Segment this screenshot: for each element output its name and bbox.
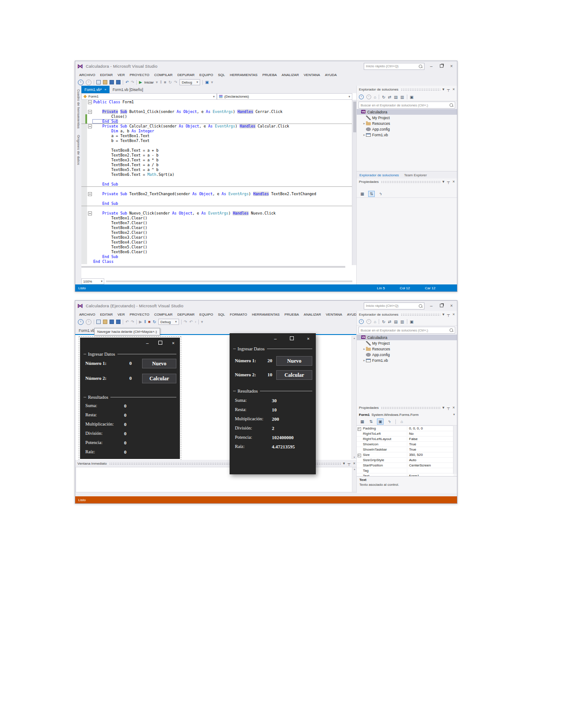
code-line[interactable] bbox=[81, 197, 352, 201]
sync-icon[interactable]: ⇄ bbox=[388, 95, 391, 99]
outlining-margin[interactable] bbox=[87, 235, 92, 240]
close-button[interactable]: × bbox=[448, 63, 455, 69]
quick-launch-search[interactable]: Inicio rápido (Ctrl+Q) bbox=[364, 63, 424, 70]
pause-icon[interactable]: ‖ bbox=[144, 320, 146, 324]
solution-config-combo[interactable]: Debug▾ bbox=[158, 319, 179, 325]
events-icon[interactable]: ϟ bbox=[387, 419, 392, 424]
breakpoint-margin[interactable] bbox=[81, 235, 87, 240]
code-text[interactable]: End Sub bbox=[92, 182, 118, 186]
breakpoint-margin[interactable] bbox=[81, 163, 87, 167]
collapse-region-icon[interactable] bbox=[88, 192, 92, 196]
breakpoint-margin[interactable] bbox=[81, 124, 87, 129]
code-line[interactable]: TextBox4.Clear() bbox=[81, 240, 352, 245]
code-text[interactable] bbox=[92, 177, 93, 182]
save-icon[interactable] bbox=[110, 80, 114, 84]
code-line[interactable]: TextBox8.Text = a + b bbox=[81, 148, 352, 153]
outlining-margin[interactable] bbox=[87, 109, 92, 114]
new-file-icon[interactable] bbox=[96, 320, 101, 324]
code-text[interactable]: End Sub bbox=[92, 255, 118, 259]
menu-item[interactable]: EDITAR bbox=[100, 73, 113, 77]
numero2-textbox[interactable]: 10 bbox=[267, 372, 272, 377]
tree-item[interactable]: App.config bbox=[357, 352, 457, 357]
numero2-textbox[interactable]: 0 bbox=[129, 375, 132, 381]
outlining-margin[interactable] bbox=[87, 255, 92, 259]
stop-icon[interactable]: ■ bbox=[148, 320, 150, 324]
breakpoint-margin[interactable] bbox=[81, 206, 87, 211]
property-row[interactable]: RightToLeft No bbox=[357, 431, 453, 437]
breakpoint-margin[interactable] bbox=[81, 230, 87, 235]
tree-item[interactable]: Calculadora bbox=[357, 335, 457, 340]
chevron-down-icon[interactable]: ▾ bbox=[442, 87, 445, 91]
pin-icon[interactable]: ┬ bbox=[447, 179, 450, 184]
code-text[interactable]: TextBox3.Text = a * b bbox=[92, 158, 158, 163]
outlining-margin[interactable] bbox=[87, 143, 92, 148]
outlining-margin[interactable] bbox=[87, 114, 92, 119]
properties-icon[interactable]: ▣ bbox=[410, 95, 414, 99]
collapse-region-icon[interactable] bbox=[88, 100, 92, 104]
outlining-margin[interactable] bbox=[87, 216, 92, 221]
code-line[interactable]: TextBox1.Clear() bbox=[81, 216, 352, 221]
code-text[interactable]: TextBox3.Clear() bbox=[92, 235, 147, 240]
code-text[interactable]: Dim a, b As Integer bbox=[92, 129, 154, 134]
breakpoint-margin[interactable] bbox=[81, 158, 87, 163]
chevron-down-icon[interactable]: ▾ bbox=[442, 312, 445, 317]
outlining-margin[interactable] bbox=[87, 230, 92, 235]
code-line[interactable] bbox=[81, 206, 352, 211]
code-text[interactable] bbox=[92, 197, 93, 201]
outlining-margin[interactable] bbox=[87, 201, 92, 206]
form-close-icon[interactable]: × bbox=[307, 336, 310, 341]
scope-dropdown[interactable]: Form1 ▾ bbox=[81, 93, 217, 100]
member-dropdown[interactable]: (Declaraciones) ▾ bbox=[217, 93, 352, 100]
restore-button[interactable] bbox=[438, 63, 445, 69]
breakpoint-margin[interactable] bbox=[81, 192, 87, 197]
menu-item[interactable]: COMPILAR bbox=[154, 73, 172, 77]
property-pages-icon[interactable]: ⌂ bbox=[399, 419, 405, 424]
code-text[interactable]: Private Sub Calcular_Click(sender As Obj… bbox=[92, 124, 289, 129]
properties-object-selector[interactable]: Form1 System.Windows.Forms.Form ▾ bbox=[357, 411, 457, 418]
breakpoint-margin[interactable] bbox=[81, 105, 87, 109]
code-editor[interactable]: Public Class Form1 Private Sub Button1_C… bbox=[81, 100, 352, 265]
back-icon[interactable]: ‹ bbox=[359, 319, 364, 324]
code-line[interactable]: End Sub bbox=[81, 182, 352, 187]
chevron-down-icon[interactable]: ▾ bbox=[442, 179, 445, 184]
calculator-form-design[interactable]: – × Ingresar Datos Número 1: 0 Nuevo Núm… bbox=[80, 338, 180, 459]
property-value[interactable]: 0, 0, 0, 0 bbox=[407, 426, 453, 430]
zoom-level-dropdown[interactable]: 100%▾ bbox=[81, 278, 104, 284]
menu-item[interactable]: ANALIZAR bbox=[304, 313, 321, 317]
code-text[interactable] bbox=[92, 187, 93, 192]
property-value[interactable]: CenterScreen bbox=[407, 463, 453, 467]
undo-icon[interactable]: ↶ bbox=[125, 320, 129, 324]
code-text[interactable] bbox=[92, 105, 93, 109]
expander-icon[interactable]: ▸ bbox=[362, 122, 366, 125]
form-titlebar[interactable]: – × bbox=[80, 338, 180, 348]
sidebar-tab-data-sources[interactable]: Orígenes de datos bbox=[77, 135, 80, 165]
menu-item[interactable]: AYUDA bbox=[325, 73, 337, 77]
expander-icon[interactable]: ▸ bbox=[362, 347, 366, 351]
breakpoint-margin[interactable] bbox=[81, 259, 87, 264]
solution-explorer-header[interactable]: Explorador de soluciones ▾ ┬ × bbox=[357, 86, 457, 93]
calculator-form-running[interactable]: – × Ingresar Datos Número 1: 20 Nuevo Nú… bbox=[230, 333, 316, 474]
panel-tab[interactable]: Team Explorer bbox=[404, 173, 427, 177]
form-minimize-icon[interactable]: – bbox=[274, 336, 277, 341]
outlining-margin[interactable] bbox=[87, 240, 92, 245]
code-text[interactable]: Public Class Form1 bbox=[92, 100, 134, 105]
breakpoint-margin[interactable] bbox=[81, 240, 87, 245]
breakpoint-margin[interactable] bbox=[81, 177, 87, 182]
code-line[interactable]: TextBox2.Text = a - b bbox=[81, 153, 352, 158]
menu-item[interactable]: DEPURAR bbox=[177, 73, 194, 77]
code-line[interactable]: TextBox7.Clear() bbox=[81, 221, 352, 226]
breakpoint-margin[interactable] bbox=[81, 167, 87, 172]
menu-item[interactable]: PRUEBA bbox=[262, 73, 277, 77]
breakpoint-margin[interactable] bbox=[81, 129, 87, 134]
pin-icon[interactable]: ┬ bbox=[447, 87, 450, 91]
code-line[interactable]: b = TextBox7.Text bbox=[81, 138, 352, 143]
code-line[interactable] bbox=[81, 187, 352, 192]
refresh-icon[interactable]: ↻ bbox=[382, 320, 385, 324]
code-line[interactable] bbox=[81, 105, 352, 109]
code-text[interactable]: Private Sub Nuevo_Click(sender As Object… bbox=[92, 211, 276, 216]
stop-icon[interactable]: ■ bbox=[164, 80, 166, 85]
titlebar[interactable]: ⋈ Calculadora - Microsoft Visual Studio … bbox=[75, 61, 457, 71]
code-line[interactable]: Public Class Form1 bbox=[81, 100, 352, 105]
properties-icon[interactable]: ▣ bbox=[410, 320, 414, 324]
menu-item[interactable]: DEPURAR bbox=[177, 313, 194, 317]
